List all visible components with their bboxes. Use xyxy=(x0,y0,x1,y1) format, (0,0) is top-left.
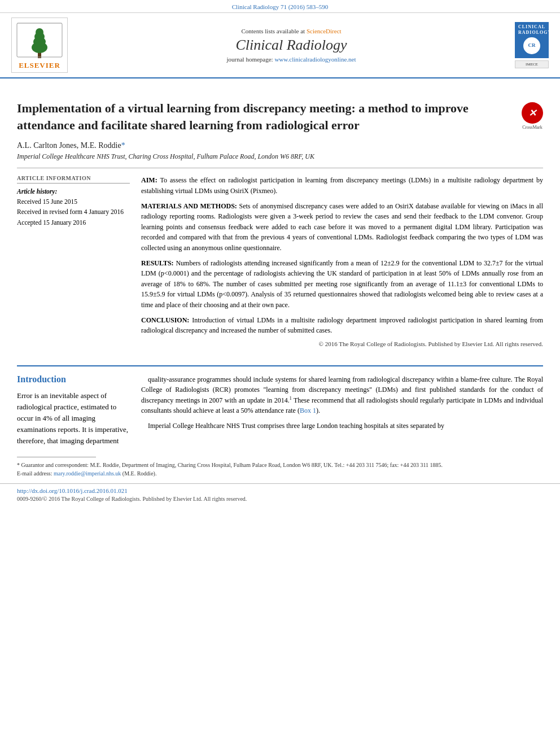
cr-logo-line2: RADIOLOGY xyxy=(518,30,545,36)
svg-point-4 xyxy=(36,28,43,36)
received-date: Received 15 June 2015 xyxy=(17,197,130,206)
footnote-text: * Guarantor and correspondent: M.E. Rodd… xyxy=(17,461,543,478)
author-names: A.L. Carlton Jones, M.E. Roddie xyxy=(17,141,121,150)
history-label: Article history: xyxy=(17,188,130,195)
journal-header: ELSEVIER Contents lists available at Sci… xyxy=(0,13,560,78)
sciencedirect-link[interactable]: ScienceDirect xyxy=(307,28,342,34)
intro-left-col: Introduction Error is an inevitable aspe… xyxy=(17,374,130,452)
bottom-bar: http://dx.doi.org/10.1016/j.crad.2016.01… xyxy=(0,483,560,505)
elsevier-brand-text: ELSEVIER xyxy=(19,61,60,70)
revised-date: Received in revised form 4 January 2016 xyxy=(17,207,130,216)
article-info-label: ARTICLE INFORMATION xyxy=(17,175,130,184)
intro-para-right-1: quality-assurance programmes should incl… xyxy=(141,374,543,416)
affiliation: Imperial College Healthcare NHS Trust, C… xyxy=(17,152,543,161)
crossmark-badge[interactable]: ✕ CrossMark xyxy=(522,102,543,130)
accepted-date: Accepted 15 January 2016 xyxy=(17,218,130,227)
footnote-email-label: E-mail address: xyxy=(17,470,52,477)
box1-link[interactable]: Box 1 xyxy=(300,407,316,414)
elsevier-logo: ELSEVIER xyxy=(6,18,73,73)
author-asterisk: * xyxy=(121,141,125,150)
crossmark-circle: ✕ xyxy=(522,102,543,124)
copyright-line: © 2016 The Royal College of Radiologists… xyxy=(141,340,543,347)
footnote-divider xyxy=(17,457,96,457)
intro-right-col: quality-assurance programmes should incl… xyxy=(141,374,543,452)
issn-line: 0009-9260/© 2016 The Royal College of Ra… xyxy=(17,496,543,502)
title-area: Implementation of a virtual learning fro… xyxy=(17,100,543,133)
journal-logo-right: CLINICAL RADIOLOGY CR IMECE xyxy=(509,22,554,68)
intro-para-right-2: Imperial College Healthcare NHS Trust co… xyxy=(141,421,543,431)
conclusion-text: Introduction of virtual LDMs in a multis… xyxy=(141,316,543,335)
cr-logo-box: CLINICAL RADIOLOGY CR xyxy=(515,22,549,58)
footnote-email[interactable]: mary.roddie@imperial.nhs.uk xyxy=(54,470,121,477)
aim-label: AIM: xyxy=(141,176,158,184)
cr-logo-cr: CR xyxy=(528,42,536,49)
introduction-section: Introduction Error is an inevitable aspe… xyxy=(0,374,560,452)
article-info-col: ARTICLE INFORMATION Article history: Rec… xyxy=(17,175,130,347)
cr-logo-line1: CLINICAL xyxy=(518,24,545,30)
homepage-url[interactable]: www.clinicalradiologyonline.net xyxy=(274,56,356,63)
doi-line[interactable]: http://dx.doi.org/10.1016/j.crad.2016.01… xyxy=(17,487,543,494)
journal-citation: Clinical Radiology 71 (2016) 583–590 xyxy=(0,0,560,13)
article-content: Implementation of a virtual learning fro… xyxy=(0,78,560,356)
conclusion-label: CONCLUSION: xyxy=(141,316,189,324)
article-title: Implementation of a virtual learning fro… xyxy=(17,100,514,133)
methods-label: MATERIALS AND METHODS: xyxy=(141,202,237,210)
crossmark-label: CrossMark xyxy=(522,125,543,130)
conclusion-para: CONCLUSION: Introduction of virtual LDMs… xyxy=(141,315,543,336)
section-divider xyxy=(17,365,543,366)
header-divider xyxy=(17,168,543,168)
imece-logo: IMECE xyxy=(515,60,549,68)
results-para: RESULTS: Numbers of radiologists attendi… xyxy=(141,258,543,311)
cr-logo-circle: CR xyxy=(523,37,540,54)
citation-text: Clinical Radiology 71 (2016) 583–590 xyxy=(232,3,328,10)
footnote-email-suffix: (M.E. Roddie). xyxy=(123,470,157,477)
abstract-section: ARTICLE INFORMATION Article history: Rec… xyxy=(17,175,543,356)
methods-para: MATERIALS AND METHODS: Sets of anonymise… xyxy=(141,201,543,254)
aim-para: AIM: To assess the effect on radiologist… xyxy=(141,175,543,196)
sciencedirect-prefix: Contents lists available at xyxy=(241,28,306,34)
footnote-section: * Guarantor and correspondent: M.E. Rodd… xyxy=(0,457,560,478)
results-text: Numbers of radiologists attending increa… xyxy=(141,259,543,309)
results-label: RESULTS: xyxy=(141,259,174,267)
elsevier-logo-box: ELSEVIER xyxy=(11,18,68,73)
abstract-col: AIM: To assess the effect on radiologist… xyxy=(141,175,543,347)
intro-title: Introduction xyxy=(17,374,130,385)
elsevier-tree-icon xyxy=(14,20,65,60)
authors-line: A.L. Carlton Jones, M.E. Roddie* xyxy=(17,141,543,150)
intro-para-left: Error is an inevitable aspect of radiolo… xyxy=(17,390,130,447)
aim-text: To assess the effect on radiologist part… xyxy=(141,176,543,195)
homepage-line: journal homepage: www.clinicalradiologyo… xyxy=(79,56,504,63)
journal-name-header: Clinical Radiology xyxy=(79,37,504,54)
journal-center: Contents lists available at ScienceDirec… xyxy=(79,28,504,63)
homepage-prefix: journal homepage: xyxy=(226,56,274,63)
sciencedirect-line: Contents lists available at ScienceDirec… xyxy=(79,28,504,34)
footnote-asterisk-note: * Guarantor and correspondent: M.E. Rodd… xyxy=(17,462,443,468)
